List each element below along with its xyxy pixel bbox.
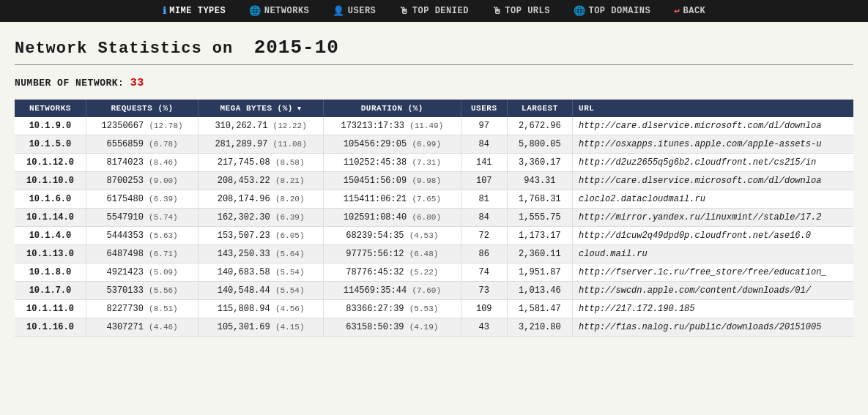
cell-url: http://fserver.1c.ru/free_store/free/edu… bbox=[573, 263, 853, 282]
cell-duration: 115411:06:21 (7.65) bbox=[323, 190, 461, 209]
cell-largest: 3,210.80 bbox=[507, 318, 572, 337]
col-networks: Networks bbox=[15, 100, 86, 117]
col-url[interactable]: Url bbox=[573, 100, 853, 117]
cell-requests: 4307271 (4.46) bbox=[86, 318, 198, 337]
col-users[interactable]: Users bbox=[461, 100, 507, 117]
table-row: 10.1.8.0 4921423 (5.09) 140,683.58 (5.54… bbox=[15, 263, 853, 282]
network-count-label: Number of network: bbox=[15, 78, 124, 89]
nav-networks-label: Networks bbox=[264, 6, 310, 16]
page-title-prefix: Network Statistics on bbox=[15, 40, 233, 58]
cell-requests: 5444353 (5.63) bbox=[86, 227, 198, 245]
cell-requests: 6487498 (6.71) bbox=[86, 245, 198, 263]
cell-largest: 1,951.87 bbox=[507, 263, 572, 282]
cell-megabytes: 281,289.97 (11.08) bbox=[199, 135, 324, 154]
cell-users: 107 bbox=[461, 172, 507, 190]
cell-url: http://care.dlservice.microsoft.com/dl/d… bbox=[573, 117, 853, 135]
cell-requests: 6175480 (6.39) bbox=[86, 190, 198, 209]
cell-users: 109 bbox=[461, 300, 507, 318]
cell-users: 74 bbox=[461, 263, 507, 282]
table-body: 10.1.9.0 12350667 (12.78) 310,262.71 (12… bbox=[15, 117, 853, 337]
user-icon: 👤 bbox=[333, 5, 345, 17]
cell-duration: 110252:45:38 (7.31) bbox=[323, 154, 461, 172]
nav-back-label: Back bbox=[683, 6, 706, 16]
cell-largest: 3,360.17 bbox=[507, 154, 572, 172]
cell-duration: 114569:35:44 (7.60) bbox=[323, 282, 461, 300]
network-count-value: 33 bbox=[130, 77, 144, 89]
nav-top-denied-label: Top Denied bbox=[412, 6, 469, 16]
cell-megabytes: 153,507.23 (6.05) bbox=[199, 227, 324, 245]
col-largest[interactable]: Largest bbox=[507, 100, 572, 117]
cell-network: 10.1.4.0 bbox=[15, 227, 86, 245]
cell-requests: 6556859 (6.78) bbox=[86, 135, 198, 154]
cell-megabytes: 143,250.33 (5.64) bbox=[199, 245, 324, 263]
table-row: 10.1.14.0 5547910 (5.74) 162,302.30 (6.3… bbox=[15, 209, 853, 227]
cell-network: 10.1.11.0 bbox=[15, 300, 86, 318]
col-duration[interactable]: Duration (%) bbox=[323, 100, 461, 117]
nav-top-domains-label: Top Domains bbox=[588, 6, 650, 16]
nav-networks[interactable]: 🌐 Networks bbox=[249, 5, 309, 17]
cell-url: http://mirror.yandex.ru/linuxmint//stabl… bbox=[573, 209, 853, 227]
cell-users: 84 bbox=[461, 135, 507, 154]
table-row: 10.1.13.0 6487498 (6.71) 143,250.33 (5.6… bbox=[15, 245, 853, 263]
cell-network: 10.1.10.0 bbox=[15, 172, 86, 190]
nav-mime-types-label: Mime Types bbox=[169, 6, 226, 16]
nav-top-urls[interactable]: 🖱 Top Urls bbox=[492, 6, 550, 17]
cell-network: 10.1.13.0 bbox=[15, 245, 86, 263]
cell-network: 10.1.7.0 bbox=[15, 282, 86, 300]
cell-megabytes: 208,453.22 (8.21) bbox=[199, 172, 324, 190]
cell-url: http://fias.nalog.ru/public/downloads/20… bbox=[573, 318, 853, 337]
cell-network: 10.1.5.0 bbox=[15, 135, 86, 154]
cell-url: cloclo2.datacloudmail.ru bbox=[573, 190, 853, 209]
cell-url: http://d1cuw2q49dpd0p.cloudfront.net/ase… bbox=[573, 227, 853, 245]
nav-back[interactable]: ↩ Back bbox=[674, 5, 705, 17]
table-row: 10.1.10.0 8700253 (9.00) 208,453.22 (8.2… bbox=[15, 172, 853, 190]
cell-duration: 97775:56:12 (6.48) bbox=[323, 245, 461, 263]
network-icon: 🌐 bbox=[249, 5, 261, 17]
table-row: 10.1.7.0 5370133 (5.56) 140,548.44 (5.54… bbox=[15, 282, 853, 300]
main-content: Network Statistics on 2015-10 Number of … bbox=[0, 22, 868, 415]
cell-requests: 8700253 (9.00) bbox=[86, 172, 198, 190]
cell-megabytes: 105,301.69 (4.15) bbox=[199, 318, 324, 337]
cell-url: http://d2uz2655q5g6b2.cloudfront.net/cs2… bbox=[573, 154, 853, 172]
page-title-date: 2015-10 bbox=[254, 37, 339, 59]
cell-megabytes: 310,262.71 (12.22) bbox=[199, 117, 324, 135]
cell-largest: 1,555.75 bbox=[507, 209, 572, 227]
nav-mime-types[interactable]: ℹ Mime Types bbox=[163, 5, 226, 17]
nav-users[interactable]: 👤 Users bbox=[333, 5, 376, 17]
table-row: 10.1.4.0 5444353 (5.63) 153,507.23 (6.05… bbox=[15, 227, 853, 245]
cell-megabytes: 140,683.58 (5.54) bbox=[199, 263, 324, 282]
cell-users: 141 bbox=[461, 154, 507, 172]
cell-duration: 102591:08:40 (6.80) bbox=[323, 209, 461, 227]
col-megabytes[interactable]: Mega bytes (%) bbox=[199, 100, 324, 117]
top-navigation: ℹ Mime Types 🌐 Networks 👤 Users 🖱 Top De… bbox=[0, 0, 868, 22]
cell-duration: 105456:29:05 (6.99) bbox=[323, 135, 461, 154]
cell-duration: 83366:27:39 (5.53) bbox=[323, 300, 461, 318]
cell-duration: 68239:54:35 (4.53) bbox=[323, 227, 461, 245]
table-header: Networks Requests (%) Mega bytes (%) Dur… bbox=[15, 100, 853, 117]
cell-largest: 1,173.17 bbox=[507, 227, 572, 245]
cell-largest: 1,768.31 bbox=[507, 190, 572, 209]
page-title: Network Statistics on 2015-10 bbox=[15, 37, 853, 65]
col-requests[interactable]: Requests (%) bbox=[86, 100, 198, 117]
cell-users: 43 bbox=[461, 318, 507, 337]
cell-requests: 12350667 (12.78) bbox=[86, 117, 198, 135]
table-row: 10.1.5.0 6556859 (6.78) 281,289.97 (11.0… bbox=[15, 135, 853, 154]
cell-largest: 1,581.47 bbox=[507, 300, 572, 318]
cell-megabytes: 115,808.94 (4.56) bbox=[199, 300, 324, 318]
table-row: 10.1.16.0 4307271 (4.46) 105,301.69 (4.1… bbox=[15, 318, 853, 337]
cell-requests: 5370133 (5.56) bbox=[86, 282, 198, 300]
cell-url: http://swcdn.apple.com/content/downloads… bbox=[573, 282, 853, 300]
cell-largest: 5,800.05 bbox=[507, 135, 572, 154]
cell-largest: 943.31 bbox=[507, 172, 572, 190]
nav-top-domains[interactable]: 🌐 Top Domains bbox=[574, 5, 650, 17]
info-icon: ℹ bbox=[163, 5, 167, 17]
cell-url: http://217.172.190.185 bbox=[573, 300, 853, 318]
nav-top-denied[interactable]: 🖱 Top Denied bbox=[399, 6, 469, 17]
cell-network: 10.1.16.0 bbox=[15, 318, 86, 337]
cell-url: http://care.dlservice.microsoft.com/dl/d… bbox=[573, 172, 853, 190]
cell-users: 73 bbox=[461, 282, 507, 300]
cell-megabytes: 140,548.44 (5.54) bbox=[199, 282, 324, 300]
cell-largest: 1,013.46 bbox=[507, 282, 572, 300]
cell-requests: 5547910 (5.74) bbox=[86, 209, 198, 227]
cell-megabytes: 162,302.30 (6.39) bbox=[199, 209, 324, 227]
